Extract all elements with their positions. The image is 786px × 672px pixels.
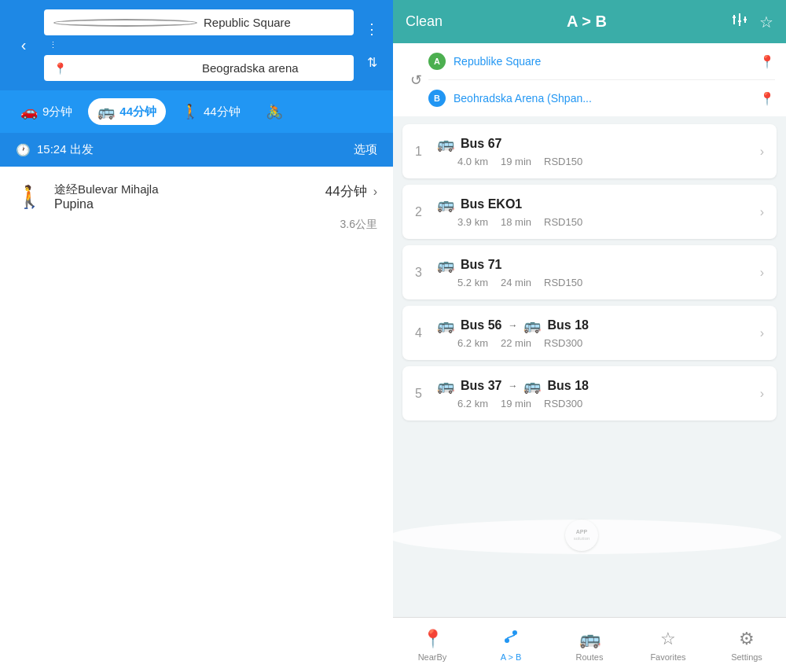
car-duration: 9分钟 — [42, 105, 72, 119]
nearby-icon: 📍 — [422, 629, 443, 649]
right-route-bar: ↺ A Republike Square 📍 B Beohradska Aren… — [393, 43, 786, 116]
via-name: Pupina — [54, 197, 159, 211]
nav-item-nearby[interactable]: 📍 NearBy — [393, 618, 472, 672]
settings-icon: ⚙ — [739, 629, 755, 649]
route-info-4: 🚌 Bus 56 → 🚌 Bus 18 6.2 km 22 min RSD300 — [437, 317, 751, 349]
routes-icon: 🚌 — [579, 629, 601, 649]
origin-route-row: A Republike Square 📍 — [428, 43, 775, 80]
via-label: 途经Bulevar Mihajla — [54, 182, 159, 197]
more-button[interactable]: ⋮ — [362, 17, 382, 41]
bus-icon-1: 🚌 — [437, 135, 454, 152]
bus-icon-5a: 🚌 — [437, 377, 454, 395]
departure-time: 15:24 出发 — [37, 142, 94, 157]
nav-item-settings[interactable]: ⚙ Settings — [707, 618, 786, 672]
bus-icon-2: 🚌 — [437, 196, 454, 213]
header-icons: ☆ — [731, 11, 773, 32]
nav-item-ab[interactable]: A > B — [472, 618, 550, 672]
route-item-5[interactable]: 5 🚌 Bus 37 → 🚌 Bus 18 6.2 km 19 min RSD3… — [402, 366, 777, 420]
routes-label: Routes — [576, 652, 604, 662]
transit-icon: 🚌 — [97, 103, 115, 120]
destination-route-row: B Beohradska Arena (Shpan... 📍 — [428, 80, 775, 116]
nearby-label: NearBy — [418, 652, 447, 662]
departure-bar: 🕐 15:24 出发 选项 — [0, 133, 393, 167]
origin-circle: A — [428, 53, 446, 70]
nav-item-routes[interactable]: 🚌 Routes — [550, 618, 629, 672]
origin-circle-icon — [53, 19, 197, 27]
svg-point-6 — [505, 638, 509, 643]
settings-label: Settings — [731, 652, 762, 662]
right-header: Clean A > B ☆ — [393, 0, 786, 43]
route-item-3[interactable]: 3 🚌 Bus 71 5.2 km 24 min RSD150 › — [402, 245, 777, 299]
walk-tab[interactable]: 🚶 44分钟 — [172, 98, 250, 125]
back-button[interactable]: ‹ — [11, 33, 36, 58]
bus-icon-4a: 🚌 — [437, 317, 454, 334]
left-header: ‹ Republic Square ⋮ 📍 Beogradska arena ⋮… — [0, 0, 393, 90]
bike-tab[interactable]: 🚴 — [256, 98, 292, 125]
left-content: 🚶 途经Bulevar Mihajla Pupina 44分钟 › 3.6公里 — [0, 167, 393, 672]
route-duration: 44分钟 — [325, 182, 367, 200]
nav-item-favorites[interactable]: ☆ Favorites — [629, 618, 707, 672]
bus-icon-4b: 🚌 — [523, 317, 541, 334]
chevron-icon-1: › — [760, 145, 764, 159]
app-watermark: APP solution — [388, 520, 781, 554]
bottom-nav: 📍 NearBy A > B 🚌 Routes ☆ Favorites ⚙ — [393, 617, 786, 672]
route-info-3: 🚌 Bus 71 5.2 km 24 min RSD150 — [437, 256, 751, 288]
clock-icon: 🕐 — [16, 143, 31, 157]
chevron-icon-2: › — [760, 205, 764, 219]
left-panel: ‹ Republic Square ⋮ 📍 Beogradska arena ⋮… — [0, 0, 393, 672]
bike-icon: 🚴 — [266, 103, 283, 120]
swap-button[interactable]: ⇅ — [364, 52, 380, 73]
origin-text: Republic Square — [204, 16, 344, 29]
right-destination-text: Beohradska Arena (Shpan... — [454, 92, 751, 105]
route-item-1[interactable]: 1 🚌 Bus 67 4.0 km 19 min RSD150 › — [402, 124, 777, 178]
ab-icon — [502, 628, 520, 649]
transfer-arrow-5: → — [508, 380, 517, 391]
origin-location-icon[interactable]: 📍 — [759, 54, 775, 69]
route-item-2[interactable]: 2 🚌 Bus EKO1 3.9 km 18 min RSD150 › — [402, 185, 777, 239]
star-icon[interactable]: ☆ — [759, 13, 773, 31]
header-clean-label: Clean — [406, 13, 443, 30]
bus-icon-5b: 🚌 — [523, 377, 541, 395]
destination-circle: B — [428, 90, 446, 107]
walk-route-icon: 🚶 — [16, 184, 43, 210]
departure-option-btn[interactable]: 选项 — [354, 142, 377, 157]
right-panel: Clean A > B ☆ ↺ A — [393, 0, 786, 672]
route-item-4[interactable]: 4 🚌 Bus 56 → 🚌 Bus 18 6.2 km 22 min RSD3… — [402, 306, 777, 360]
destination-input[interactable]: 📍 Beogradska arena — [44, 55, 354, 81]
route-distance: 3.6公里 — [16, 218, 377, 232]
route-info-5: 🚌 Bus 37 → 🚌 Bus 18 6.2 km 19 min RSD300 — [437, 377, 751, 409]
swap-route-button[interactable]: ↺ — [404, 65, 428, 95]
ab-label: A > B — [501, 652, 522, 662]
chevron-icon-5: › — [760, 387, 764, 401]
transport-tabs: 🚗 9分钟 🚌 44分钟 🚶 44分钟 🚴 — [0, 90, 393, 133]
destination-text: Beogradska arena — [202, 61, 344, 75]
favorites-label: Favorites — [650, 652, 685, 662]
walk-duration: 44分钟 — [204, 105, 241, 119]
transit-duration: 44分钟 — [119, 105, 156, 119]
origin-input[interactable]: Republic Square — [44, 9, 354, 35]
destination-pin-icon: 📍 — [53, 62, 196, 75]
route-inputs: Republic Square ⋮ 📍 Beogradska arena — [44, 9, 354, 81]
route-info-1: 🚌 Bus 67 4.0 km 19 min RSD150 — [437, 135, 751, 167]
chevron-icon-4: › — [760, 326, 764, 340]
favorites-icon: ☆ — [660, 629, 676, 649]
transit-tab[interactable]: 🚌 44分钟 — [88, 98, 166, 125]
walk-icon: 🚶 — [182, 103, 199, 120]
car-tab[interactable]: 🚗 9分钟 — [11, 98, 82, 125]
destination-location-icon[interactable]: 📍 — [759, 91, 775, 106]
walking-route-item[interactable]: 🚶 途经Bulevar Mihajla Pupina 44分钟 › — [16, 182, 377, 211]
svg-line-8 — [507, 635, 515, 638]
car-icon: 🚗 — [20, 103, 38, 120]
transfer-arrow-4: → — [508, 320, 517, 331]
filter-icon[interactable] — [731, 11, 748, 32]
route-arrow-icon: › — [373, 185, 377, 199]
routes-list: 1 🚌 Bus 67 4.0 km 19 min RSD150 › 2 🚌 — [393, 116, 786, 582]
chevron-icon-3: › — [760, 266, 764, 280]
header-ab-label: A > B — [567, 13, 607, 31]
route-info-2: 🚌 Bus EKO1 3.9 km 18 min RSD150 — [437, 196, 751, 228]
right-origin-text: Republike Square — [454, 55, 751, 68]
bus-icon-3: 🚌 — [437, 256, 454, 274]
